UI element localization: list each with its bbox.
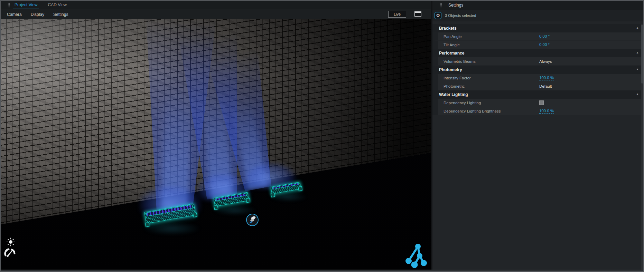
viewport-menu-bar: Camera Display Settings Live — [1, 9, 431, 19]
collapse-arrow-icon[interactable]: ▲ — [636, 68, 639, 71]
dependency-lighting-brightness-value[interactable]: 100.0 % — [539, 109, 554, 114]
fixture-foot — [145, 222, 150, 227]
view-tab-bar: Project View CAD View — [1, 1, 431, 9]
menu-camera[interactable]: Camera — [7, 12, 22, 17]
sun-icon[interactable] — [6, 237, 15, 246]
setting-label: Tilt Angle — [444, 43, 460, 47]
fixture-foot — [246, 198, 250, 203]
section-header-water-lighting[interactable]: Water Lighting ▲ — [432, 90, 643, 99]
panel-title: Settings — [448, 3, 463, 8]
row-tilt-angle: Tilt Angle 0.00 ° — [432, 41, 643, 49]
fixture-foot — [193, 213, 197, 217]
gear-icon[interactable]: ⚙ — [435, 12, 441, 19]
section-title: Performance — [439, 51, 464, 56]
volumetric-beams-value[interactable]: Always — [539, 59, 552, 64]
row-pan-angle: Pan Angle 0.00 ° — [432, 32, 643, 41]
section-header-performance[interactable]: Performance ▲ — [432, 49, 643, 57]
viewport-column: Project View CAD View Camera Display Set… — [1, 1, 431, 271]
floor-reflection — [270, 193, 308, 202]
window-bottom-strip — [1, 270, 643, 271]
section-title: Brackets — [439, 26, 457, 31]
fixture-foot — [298, 186, 302, 191]
scrollbar-thumb[interactable] — [641, 25, 643, 84]
tab-project-view[interactable]: Project View — [13, 1, 39, 9]
3d-viewport[interactable] — [1, 19, 431, 270]
collapse-arrow-icon[interactable]: ▲ — [636, 26, 639, 29]
menu-display[interactable]: Display — [31, 12, 44, 17]
section-title: Water Lighting — [439, 92, 468, 97]
properties-list: Brackets ▲ Pan Angle 0.00 ° Tilt Angle 0… — [432, 24, 643, 115]
row-intensity-factor: Intensity Factor 100.0 % — [432, 74, 643, 82]
pan-angle-value[interactable]: 0.00 ° — [539, 34, 550, 39]
collapse-arrow-icon[interactable]: ▲ — [636, 93, 639, 96]
panel-scrollbar[interactable] — [641, 24, 643, 270]
settings-panel: Settings ⚙ 3 Objects selected Brackets ▲… — [432, 1, 643, 270]
drag-handle-icon[interactable] — [8, 3, 10, 8]
section-header-brackets[interactable]: Brackets ▲ — [432, 24, 643, 32]
tab-cad-view[interactable]: CAD View — [46, 1, 68, 9]
fixture-foot — [271, 193, 275, 197]
drag-handle-icon[interactable] — [440, 3, 442, 8]
row-photometric: Photometric Default — [432, 82, 643, 90]
setting-label: Photometric — [444, 84, 465, 88]
fixture-foot — [214, 205, 218, 210]
row-volumetric-beams: Volumetric Beams Always — [432, 57, 643, 66]
collapse-arrow-icon[interactable]: ▲ — [636, 51, 639, 54]
settings-panel-titlebar: Settings — [432, 1, 643, 10]
photometric-value[interactable]: Default — [539, 84, 552, 88]
setting-label: Intensity Factor — [444, 76, 471, 80]
setting-label: Volumetric Beams — [444, 59, 476, 64]
intensity-factor-value[interactable]: 100.0 % — [539, 76, 554, 80]
application-window: Project View CAD View Camera Display Set… — [0, 0, 644, 272]
dependency-lighting-checkbox[interactable] — [539, 100, 544, 105]
live-button[interactable]: Live — [388, 11, 406, 18]
move-gizmo-icon[interactable] — [246, 213, 259, 226]
menu-settings[interactable]: Settings — [53, 12, 68, 17]
setting-label: Pan Angle — [444, 35, 461, 39]
section-title: Photometry — [439, 67, 462, 72]
gauge-icon[interactable] — [4, 247, 16, 258]
setting-label: Dependency Lighting Brightness — [444, 109, 501, 113]
tilt-angle-value[interactable]: 0.00 ° — [539, 42, 550, 47]
row-dependency-lighting: Dependency Lighting — [432, 99, 643, 107]
monitor-icon[interactable] — [414, 11, 421, 17]
setting-label: Dependency Lighting — [444, 101, 481, 105]
selection-status: 3 Objects selected — [445, 13, 476, 18]
selection-header: ⚙ 3 Objects selected — [432, 10, 643, 21]
row-dependency-lighting-brightness: Dependency Lighting Brightness 100.0 % — [432, 107, 643, 115]
floor-reflection — [142, 222, 201, 235]
node-tree-logo — [404, 243, 427, 269]
section-header-photometry[interactable]: Photometry ▲ — [432, 66, 643, 74]
